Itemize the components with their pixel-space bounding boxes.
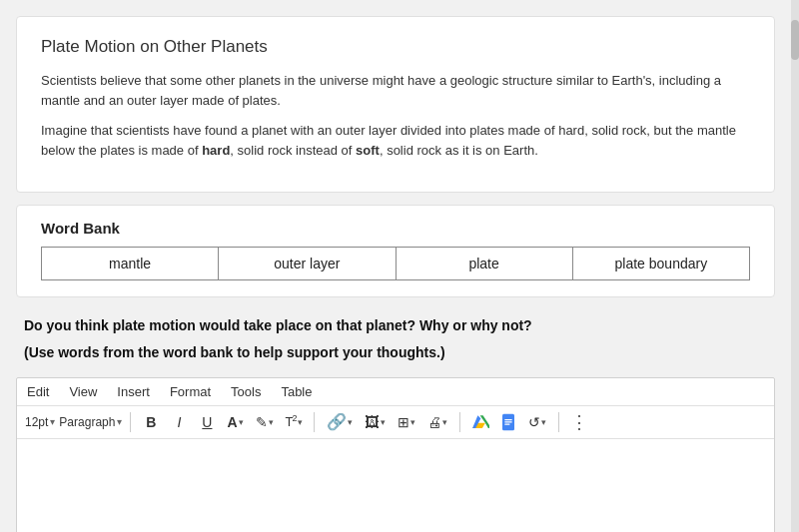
print-button[interactable]: 🖨 ▾	[423, 410, 451, 434]
card-title: Plate Motion on Other Planets	[41, 37, 750, 57]
print-icon: 🖨	[427, 414, 441, 430]
more-icon: ⋮	[570, 411, 588, 433]
menu-view[interactable]: View	[67, 382, 99, 401]
svg-rect-3	[504, 423, 509, 424]
word-bank-section: Word Bank mantle outer layer plate plate…	[16, 205, 775, 297]
menu-tools[interactable]: Tools	[229, 382, 263, 401]
scrollbar-thumb[interactable]	[791, 20, 799, 60]
google-drive-button[interactable]	[468, 410, 492, 434]
scrollbar[interactable]	[791, 0, 799, 532]
google-drive-icon	[471, 413, 489, 431]
paragraph2-end: , solid rock as it is on Earth.	[380, 143, 538, 158]
menu-table[interactable]: Table	[279, 382, 314, 401]
word-bank-title: Word Bank	[41, 220, 750, 237]
link-icon: 🔗	[327, 412, 347, 431]
word-bank-table: mantle outer layer plate plate boundary	[41, 247, 750, 280]
highlight-chevron: ▾	[269, 417, 274, 427]
toolbar-separator-2	[314, 412, 315, 432]
word-bank-item-outer-layer: outer layer	[219, 247, 396, 279]
toolbar-separator-1	[130, 412, 131, 432]
italic-button[interactable]: I	[167, 410, 191, 434]
menu-edit[interactable]: Edit	[25, 382, 51, 401]
font-color-button[interactable]: A ▾	[223, 410, 247, 434]
google-docs-icon	[499, 413, 517, 431]
paragraph-style-chevron: ▾	[117, 416, 122, 427]
table-insert-button[interactable]: ⊞ ▾	[394, 410, 419, 434]
superscript-chevron: ▾	[298, 417, 302, 427]
menu-format[interactable]: Format	[168, 382, 213, 401]
image-button[interactable]: 🖼 ▾	[361, 410, 390, 434]
card-paragraph-1: Scientists believe that some other plane…	[41, 71, 750, 111]
editor-body[interactable]	[17, 439, 774, 532]
underline-button[interactable]: U	[195, 410, 219, 434]
paragraph2-mid: , solid rock instead of	[230, 143, 356, 158]
paragraph2-bold2: soft	[356, 143, 380, 158]
image-chevron: ▾	[381, 417, 386, 427]
image-icon: 🖼	[365, 413, 380, 430]
refresh-button[interactable]: ↺ ▾	[524, 410, 550, 434]
editor-toolbar: 12pt ▾ Paragraph ▾ B I	[17, 406, 774, 439]
paragraph2-bold1: hard	[202, 143, 230, 158]
font-color-label: A	[227, 414, 237, 430]
word-bank-item-mantle: mantle	[42, 247, 219, 279]
editor-container: Edit View Insert Format Tools Table 12pt…	[16, 377, 775, 532]
editor-menubar: Edit View Insert Format Tools Table	[17, 378, 774, 406]
highlight-icon: ✎	[256, 414, 268, 430]
info-card: Plate Motion on Other Planets Scientists…	[16, 16, 775, 193]
toolbar-separator-3	[459, 412, 460, 432]
link-chevron: ▾	[348, 417, 353, 427]
font-size-value: 12pt	[25, 415, 48, 429]
italic-label: I	[177, 414, 181, 430]
question-main: Do you think plate motion would take pla…	[24, 315, 767, 336]
toolbar-separator-4	[558, 412, 559, 432]
svg-rect-1	[504, 419, 512, 420]
card-paragraph-2: Imagine that scientists have found a pla…	[41, 121, 750, 161]
font-size-chevron: ▾	[50, 416, 55, 427]
link-button[interactable]: 🔗 ▾	[323, 410, 357, 434]
word-bank-item-plate: plate	[396, 247, 572, 279]
svg-rect-2	[504, 421, 512, 422]
refresh-chevron: ▾	[541, 417, 546, 427]
menu-insert[interactable]: Insert	[115, 382, 152, 401]
superscript-label: T2	[286, 413, 297, 429]
question-hint: (Use words from the word bank to help su…	[24, 342, 767, 363]
table-chevron: ▾	[410, 417, 415, 427]
question-section: Do you think plate motion would take pla…	[16, 315, 775, 363]
table-icon: ⊞	[398, 414, 409, 430]
paragraph-style-selector[interactable]: Paragraph ▾	[59, 415, 122, 429]
word-bank-item-plate-boundary: plate boundary	[572, 247, 749, 279]
print-chevron: ▾	[442, 417, 447, 427]
bold-label: B	[146, 414, 156, 430]
more-options-button[interactable]: ⋮	[567, 410, 591, 434]
font-color-chevron: ▾	[239, 417, 244, 427]
highlight-color-button[interactable]: ✎ ▾	[252, 410, 278, 434]
superscript-button[interactable]: T2 ▾	[282, 410, 306, 434]
font-size-selector[interactable]: 12pt ▾	[25, 415, 55, 429]
underline-label: U	[202, 414, 212, 430]
bold-button[interactable]: B	[139, 410, 163, 434]
refresh-icon: ↺	[528, 414, 540, 430]
google-docs-button[interactable]	[496, 410, 520, 434]
paragraph-style-value: Paragraph	[59, 415, 115, 429]
